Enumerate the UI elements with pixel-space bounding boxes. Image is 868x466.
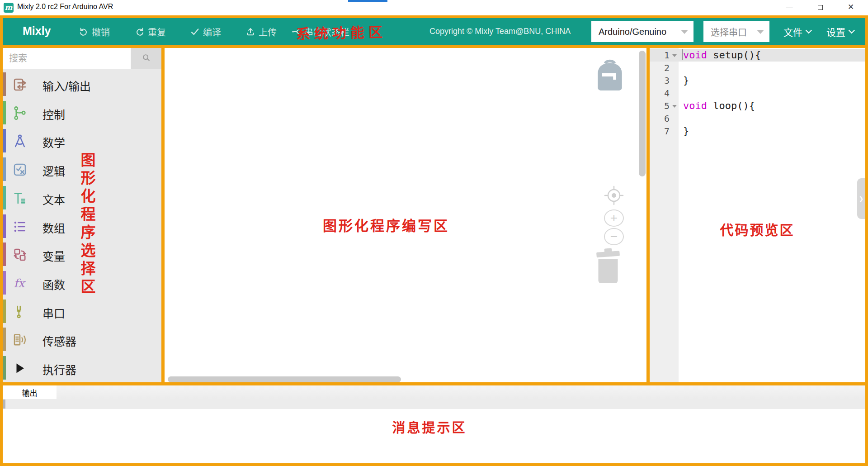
line-number: 6	[650, 112, 670, 125]
minimize-icon: —	[786, 3, 793, 11]
compile-label: 编译	[203, 25, 221, 38]
compile-button[interactable]: 编译	[190, 18, 221, 45]
copyright-text: Copyright © Mixly Team@BNU, CHINA	[429, 27, 571, 36]
chevron-right-icon: ❯	[859, 194, 863, 203]
undo-label: 撤销	[92, 25, 110, 38]
category-color-bar	[3, 243, 6, 266]
close-icon: ✕	[848, 3, 854, 11]
code-preview-panel: 1void setup(){23}45void loop(){67} ❯	[650, 48, 865, 382]
zoom-out-button[interactable]: −	[604, 228, 624, 245]
category-label: 变量	[42, 247, 65, 264]
chevron-down-icon	[806, 27, 812, 33]
category-label: 输入/输出	[42, 77, 91, 94]
search-input[interactable]	[3, 48, 131, 69]
checkbox-icon	[12, 162, 28, 178]
window-title: Mixly 2.0 rc2 For Arduino AVR	[17, 3, 113, 11]
port-select[interactable]: 选择串口	[703, 21, 769, 42]
horizontal-scrollbar[interactable]	[168, 376, 401, 382]
sidebar-item-math[interactable]: 数学	[3, 127, 161, 155]
close-button[interactable]: ✕	[840, 0, 861, 15]
code-text: }	[683, 125, 689, 138]
fx-icon: fx	[12, 275, 28, 291]
board-select[interactable]: Arduino/Genuino	[591, 21, 693, 42]
maximize-icon	[818, 5, 823, 10]
upload-button[interactable]: 上传	[245, 18, 277, 45]
redo-icon	[135, 27, 145, 37]
line-number: 2	[650, 62, 670, 74]
sidebar-item-actuator[interactable]: 执行器	[3, 354, 161, 382]
sidebar-item-sensor[interactable]: 传感器	[3, 325, 161, 353]
category-label: 函数	[42, 276, 65, 292]
maximize-button[interactable]	[810, 0, 830, 15]
category-color-bar	[3, 101, 6, 124]
search-button[interactable]	[131, 48, 161, 69]
category-label: 逻辑	[42, 162, 65, 179]
code-text: void loop(){	[683, 100, 755, 112]
category-label: 数组	[42, 219, 65, 236]
sidebar-item-text[interactable]: 文本	[3, 184, 161, 212]
settings-menu[interactable]: 设置	[826, 18, 853, 45]
category-color-bar	[3, 214, 6, 238]
category-color-bar	[3, 328, 6, 351]
category-label: 控制	[42, 106, 65, 122]
board-select-value: Arduino/Genuino	[599, 27, 666, 37]
line-number: 5	[650, 100, 670, 112]
sidebar-item-serial[interactable]: 串口	[3, 297, 161, 325]
undo-icon	[79, 27, 89, 37]
output-tab-bar	[3, 385, 865, 399]
zoom-in-button[interactable]: +	[604, 209, 624, 227]
output-caret	[3, 399, 5, 409]
top-accent-bar	[348, 0, 387, 2]
file-menu-label: 文件	[783, 25, 802, 38]
redo-button[interactable]: 重复	[135, 18, 166, 45]
tab-output[interactable]: 输出	[3, 385, 57, 399]
upload-icon	[245, 27, 255, 37]
code-line-2: 2	[650, 62, 865, 74]
chevron-down-icon	[757, 30, 764, 34]
block-palette-sidebar: 输入/输出 控制 数学 逻辑 文本 数组 变量 fx 函数 串口 传感器	[3, 48, 161, 382]
sidebar-item-function[interactable]: fx 函数	[3, 269, 161, 297]
category-color-bar	[3, 157, 6, 181]
locate-icon[interactable]	[603, 185, 625, 208]
minimize-button[interactable]: —	[779, 0, 800, 15]
output-tab-label: 输出	[22, 387, 38, 398]
vertical-scrollbar[interactable]	[639, 51, 646, 176]
line-number: 3	[650, 74, 670, 87]
fold-arrow-icon[interactable]	[672, 105, 677, 108]
sidebar-item-io[interactable]: 输入/输出	[3, 70, 161, 98]
backpack-icon[interactable]	[595, 59, 625, 94]
message-panel: 输出	[3, 385, 865, 463]
collapse-panel-tab[interactable]: ❯	[857, 178, 865, 219]
upload-label: 上传	[259, 25, 277, 38]
category-color-bar	[3, 72, 6, 96]
undo-button[interactable]: 撤销	[79, 18, 110, 45]
category-color-bar	[3, 186, 6, 209]
chevron-down-icon	[681, 30, 688, 34]
code-line-6: 6	[650, 112, 865, 125]
block-workspace[interactable]: + −	[165, 48, 646, 382]
play-icon	[12, 360, 28, 376]
port-select-value: 选择串口	[711, 25, 747, 38]
system-toolbar: Mixly 撤销 重复 编译 上传 串口状态栏 Copyright © Mixl…	[3, 18, 865, 45]
line-number: 4	[650, 87, 670, 100]
code-line-3: 3}	[650, 74, 865, 87]
sidebar-item-variable[interactable]: 变量	[3, 240, 161, 268]
serial-status-button[interactable]: 串口状态栏	[291, 18, 349, 45]
code-text: void setup(){	[683, 49, 761, 62]
trash-icon[interactable]	[593, 248, 623, 286]
category-label: 传感器	[42, 333, 76, 349]
sidebar-item-array[interactable]: 数组	[3, 212, 161, 240]
text-cursor	[682, 49, 683, 60]
text-icon	[12, 190, 28, 206]
sensor-icon	[12, 332, 28, 348]
category-color-bar	[3, 271, 6, 295]
file-menu[interactable]: 文件	[783, 18, 810, 45]
output-message-row	[3, 399, 865, 409]
brand-label[interactable]: Mixly	[23, 24, 51, 38]
sidebar-item-logic[interactable]: 逻辑	[3, 155, 161, 183]
category-label: 串口	[42, 304, 65, 321]
fold-arrow-icon[interactable]	[672, 54, 677, 57]
swap-icon	[12, 247, 28, 263]
sidebar-item-control[interactable]: 控制	[3, 99, 161, 127]
category-color-bar	[3, 129, 6, 152]
